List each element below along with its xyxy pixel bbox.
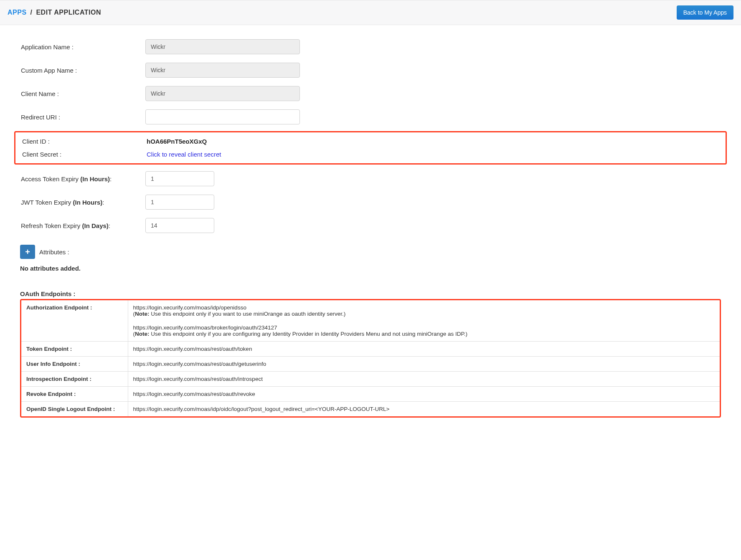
jwt-token-expiry-label-unit: (In Hours) — [73, 199, 102, 206]
jwt-token-expiry-label-prefix: JWT Token Expiry — [21, 199, 73, 206]
authorization-endpoint-note-2: (Note: Use this endpoint only if you are… — [133, 331, 715, 337]
token-endpoint-value: https://login.xecurify.com/moas/rest/oau… — [128, 342, 720, 357]
content-area: Application Name : Custom App Name : Cli… — [0, 25, 741, 434]
access-token-expiry-label-prefix: Access Token Expiry — [21, 175, 80, 182]
custom-app-name-input — [145, 63, 300, 78]
breadcrumb-current: EDIT APPLICATION — [36, 9, 101, 16]
application-name-row: Application Name : — [20, 35, 721, 58]
refresh-token-expiry-colon: : — [109, 222, 110, 229]
access-token-expiry-label: Access Token Expiry (In Hours): — [20, 175, 145, 182]
refresh-token-expiry-input[interactable] — [145, 218, 214, 233]
application-name-input — [145, 39, 300, 54]
client-id-label: Client ID : — [21, 138, 147, 145]
back-to-my-apps-button[interactable]: Back to My Apps — [677, 5, 733, 20]
breadcrumb-apps-link[interactable]: APPS — [8, 9, 27, 16]
breadcrumb: APPS / EDIT APPLICATION — [8, 9, 101, 16]
client-secret-label: Client Secret : — [21, 151, 147, 158]
client-name-label: Client Name : — [20, 90, 145, 97]
userinfo-endpoint-value: https://login.xecurify.com/moas/rest/oau… — [128, 357, 720, 372]
introspection-endpoint-row: Introspection Endpoint : https://login.x… — [21, 372, 720, 387]
endpoints-table: Authorization Endpoint : https://login.x… — [21, 300, 720, 416]
client-name-input — [145, 86, 300, 101]
application-name-label: Application Name : — [20, 43, 145, 51]
authorization-endpoint-label: Authorization Endpoint : — [21, 300, 128, 342]
authorization-endpoint-url-2: https://login.xecurify.com/moas/broker/l… — [133, 324, 715, 331]
revoke-endpoint-row: Revoke Endpoint : https://login.xecurify… — [21, 387, 720, 402]
authorization-endpoint-value: https://login.xecurify.com/moas/idp/open… — [128, 300, 720, 342]
token-endpoint-label: Token Endpoint : — [21, 342, 128, 357]
client-name-row: Client Name : — [20, 82, 721, 105]
jwt-token-expiry-input[interactable] — [145, 195, 214, 210]
userinfo-endpoint-label: User Info Endpoint : — [21, 357, 128, 372]
revoke-endpoint-label: Revoke Endpoint : — [21, 387, 128, 402]
client-secret-row: Client Secret : Click to reveal client s… — [21, 148, 720, 161]
refresh-token-expiry-label: Refresh Token Expiry (In Days): — [20, 222, 145, 229]
userinfo-endpoint-row: User Info Endpoint : https://login.xecur… — [21, 357, 720, 372]
introspection-endpoint-value: https://login.xecurify.com/moas/rest/oau… — [128, 372, 720, 387]
authorization-endpoint-note-1: (Note: Use this endpoint only if you wan… — [133, 311, 715, 317]
reveal-client-secret-link[interactable]: Click to reveal client secret — [147, 151, 221, 158]
refresh-token-expiry-label-unit: (In Days) — [82, 222, 108, 229]
refresh-token-expiry-label-prefix: Refresh Token Expiry — [21, 222, 82, 229]
client-id-row: Client ID : hOA66PnT5eoXGxQ — [21, 135, 720, 148]
client-credentials-highlight: Client ID : hOA66PnT5eoXGxQ Client Secre… — [14, 131, 727, 165]
custom-app-name-label: Custom App Name : — [20, 67, 145, 74]
breadcrumb-separator: / — [30, 9, 33, 16]
attributes-label: Attributes : — [39, 248, 69, 256]
introspection-endpoint-label: Introspection Endpoint : — [21, 372, 128, 387]
revoke-endpoint-value: https://login.xecurify.com/moas/rest/oau… — [128, 387, 720, 402]
redirect-uri-input[interactable] — [145, 109, 300, 124]
add-attribute-button[interactable]: + — [20, 245, 35, 259]
redirect-uri-row: Redirect URI : — [20, 105, 721, 129]
refresh-token-expiry-row: Refresh Token Expiry (In Days): — [20, 214, 721, 237]
access-token-expiry-input[interactable] — [145, 171, 214, 186]
access-token-expiry-label-unit: (In Hours) — [80, 175, 110, 182]
redirect-uri-label: Redirect URI : — [20, 114, 145, 121]
attributes-row: + Attributes : — [20, 237, 721, 259]
access-token-expiry-row: Access Token Expiry (In Hours): — [20, 167, 721, 190]
token-endpoint-row: Token Endpoint : https://login.xecurify.… — [21, 342, 720, 357]
access-token-expiry-colon: : — [110, 175, 112, 182]
logout-endpoint-value: https://login.xecurify.com/moas/idp/oidc… — [128, 402, 720, 417]
authorization-endpoint-url-1: https://login.xecurify.com/moas/idp/open… — [133, 304, 715, 311]
logout-endpoint-row: OpenID Single Logout Endpoint : https://… — [21, 402, 720, 417]
authorization-endpoint-row: Authorization Endpoint : https://login.x… — [21, 300, 720, 342]
no-attributes-text: No attributes added. — [20, 265, 721, 272]
client-id-value: hOA66PnT5eoXGxQ — [147, 138, 207, 145]
oauth-endpoints-title: OAuth Endpoints : — [20, 290, 721, 297]
custom-app-name-row: Custom App Name : — [20, 58, 721, 82]
plus-icon: + — [25, 248, 30, 256]
logout-endpoint-label: OpenID Single Logout Endpoint : — [21, 402, 128, 417]
header-bar: APPS / EDIT APPLICATION Back to My Apps — [0, 0, 741, 25]
jwt-token-expiry-row: JWT Token Expiry (In Hours): — [20, 190, 721, 214]
endpoints-highlight: Authorization Endpoint : https://login.x… — [20, 299, 721, 418]
jwt-token-expiry-colon: : — [102, 199, 104, 206]
jwt-token-expiry-label: JWT Token Expiry (In Hours): — [20, 199, 145, 206]
